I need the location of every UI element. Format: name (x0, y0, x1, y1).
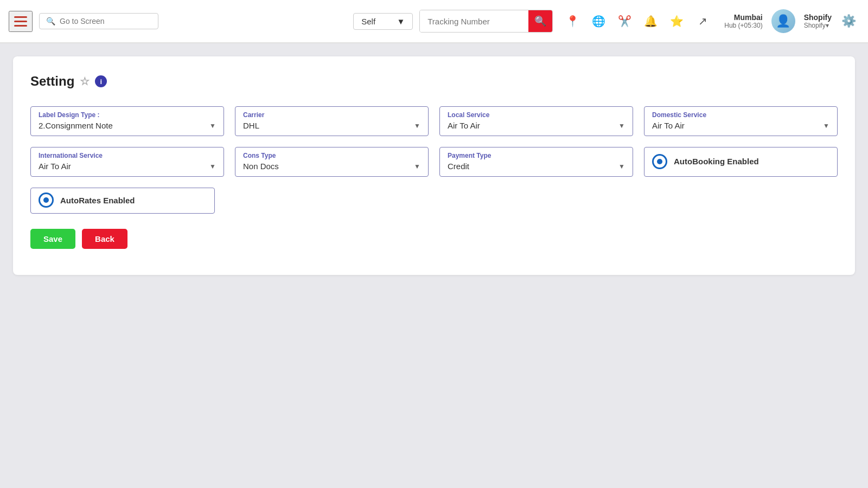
international-service-select[interactable]: Air To Air (39, 162, 216, 171)
avatar[interactable]: 👤 (771, 9, 795, 33)
back-button[interactable]: Back (82, 229, 127, 249)
location-icon-button[interactable]: 📍 (561, 10, 583, 32)
payment-type-select[interactable]: Credit (448, 162, 625, 171)
search-icon: 🔍 (534, 15, 546, 27)
info-icon[interactable]: i (95, 75, 107, 87)
user-info: Mumbai Hub (+05:30) (724, 13, 762, 29)
auto-rates-toggle[interactable] (39, 192, 54, 208)
carrier-group: Carrier DHL ▼ (235, 106, 429, 136)
local-service-select[interactable]: Air To Air (448, 121, 625, 130)
cons-type-select[interactable]: Non Docs (243, 162, 420, 171)
auto-rates-label: AutoRates Enabled (60, 196, 135, 205)
save-button[interactable]: Save (30, 229, 75, 249)
avatar-image: 👤 (771, 9, 795, 33)
self-dropdown-wrapper: Self ▼ (353, 13, 413, 30)
international-service-label: International Service (39, 152, 216, 159)
shopify-name: Shopify (804, 13, 832, 22)
label-design-type-label: Label Design Type : (39, 111, 216, 119)
star-icon-button[interactable]: ⭐ (666, 10, 687, 32)
chevron-down-icon: ▼ (397, 17, 405, 26)
globe-icon-button[interactable]: 🌐 (588, 10, 609, 32)
cons-type-group: Cons Type Non Docs ▼ (235, 147, 429, 177)
shopify-sub[interactable]: Shopify▾ (804, 22, 829, 29)
tools-icon-button[interactable]: ✂️ (614, 10, 635, 32)
label-design-type-group: Label Design Type : 2.Consignment Note ▼ (30, 106, 224, 136)
header: 🔍 Self ▼ 🔍 📍 🌐 ✂️ 🔔 ⭐ ↗ Mumbai Hub (+05:… (0, 0, 868, 43)
external-link-icon-button[interactable]: ↗ (692, 10, 713, 32)
settings-icon-button[interactable]: ⚙️ (838, 11, 859, 31)
hamburger-button[interactable] (9, 11, 33, 32)
page-title-row: Setting ☆ i (30, 74, 838, 89)
auto-booking-toggle[interactable] (652, 154, 667, 169)
form-row-3: AutoRates Enabled (30, 188, 838, 214)
form-row-2: International Service Air To Air ▼ Cons … (30, 147, 838, 177)
payment-type-group: Payment Type Credit ▼ (439, 147, 633, 177)
auto-booking-label: AutoBooking Enabled (674, 157, 759, 166)
local-service-label: Local Service (448, 111, 625, 119)
favorite-star-icon[interactable]: ☆ (80, 75, 90, 88)
auto-rates-group: AutoRates Enabled (30, 188, 215, 214)
tracking-search-button[interactable]: 🔍 (528, 10, 552, 32)
header-icons: 📍 🌐 ✂️ 🔔 ⭐ ↗ (561, 10, 713, 32)
domestic-service-group: Domestic Service Air To Air ▼ (644, 106, 838, 136)
carrier-select[interactable]: DHL (243, 121, 420, 130)
page-title-text: Setting (30, 74, 74, 89)
form-row-1: Label Design Type : 2.Consignment Note ▼… (30, 106, 838, 136)
bell-icon-button[interactable]: 🔔 (640, 10, 661, 32)
auto-booking-group: AutoBooking Enabled (644, 147, 838, 177)
toggle-indicator (657, 159, 662, 164)
settings-card: Setting ☆ i Label Design Type : 2.Consig… (13, 56, 855, 275)
cons-type-label: Cons Type (243, 152, 420, 159)
search-bar: 🔍 (39, 13, 158, 29)
international-service-group: International Service Air To Air ▼ (30, 147, 224, 177)
search-input[interactable] (60, 17, 151, 25)
shopify-info: Shopify Shopify▾ (804, 13, 832, 29)
domestic-service-label: Domestic Service (652, 111, 829, 119)
carrier-label: Carrier (243, 111, 420, 119)
main-content: Setting ☆ i Label Design Type : 2.Consig… (0, 43, 868, 288)
tracking-input[interactable] (420, 10, 528, 32)
label-design-type-select[interactable]: 2.Consignment Note (39, 121, 216, 130)
local-service-group: Local Service Air To Air ▼ (439, 106, 633, 136)
toggle-indicator (43, 197, 49, 203)
domestic-service-select[interactable]: Air To Air (652, 121, 829, 130)
tracking-bar: 🔍 (419, 10, 553, 33)
payment-type-label: Payment Type (448, 152, 625, 159)
user-location: Mumbai (734, 13, 763, 22)
button-row: Save Back (30, 229, 838, 249)
self-select[interactable]: Self (361, 17, 392, 26)
user-timezone: Hub (+05:30) (724, 22, 762, 29)
search-icon: 🔍 (46, 17, 55, 25)
